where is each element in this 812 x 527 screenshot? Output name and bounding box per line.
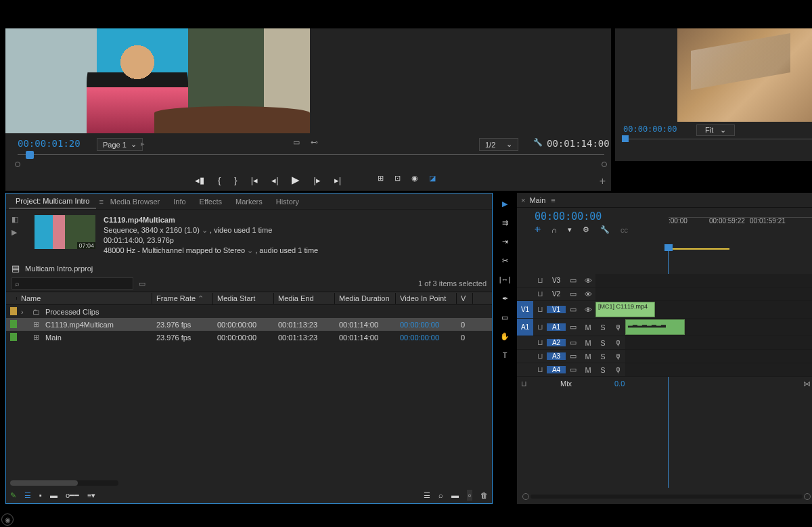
video-track[interactable]: ⊔V3▭👁 xyxy=(517,274,812,288)
source-timecode[interactable]: 00:00:01:20 xyxy=(18,138,81,149)
timeline-tracks: ⊔V3▭👁⊔V2▭👁V1⊔V1▭👁[MC1] C1119.mp4A1⊔A1▭MS… xyxy=(517,274,812,390)
add-button-icon[interactable]: + xyxy=(600,175,606,187)
mark-in-icon[interactable]: ◂▮ xyxy=(195,175,204,185)
page-next-icon[interactable]: ▸ xyxy=(141,139,145,148)
audio-track[interactable]: ⊔A2▭MS🎙 xyxy=(517,336,812,350)
program-time-ruler[interactable] xyxy=(622,139,812,147)
column-headers: Name Frame Rate Media Start Media End Me… xyxy=(6,292,492,305)
col-frame-rate[interactable]: Frame Rate xyxy=(152,293,213,304)
pen-tool-icon[interactable]: ✒ xyxy=(499,292,511,304)
col-name[interactable]: Name xyxy=(17,293,152,304)
audio-track[interactable]: ⊔A4▭MS🎙 xyxy=(517,363,812,377)
selection-tool-icon[interactable]: ▶ xyxy=(499,198,511,210)
list-view-icon[interactable]: ☰ xyxy=(24,491,31,500)
project-row[interactable]: ⊞Main23.976 fps00:00:00:0000:01:13:2300:… xyxy=(6,331,492,344)
video-track[interactable]: V1⊔V1▭👁[MC1] C1119.mp4 xyxy=(517,301,812,319)
trash-icon[interactable]: 🗑 xyxy=(480,491,488,499)
track-select-tool-icon[interactable]: ⇉ xyxy=(499,216,511,229)
settings-wrench-icon[interactable]: 🔧 xyxy=(533,138,543,147)
safe-margins-icon[interactable]: ▭ xyxy=(293,138,300,147)
slip-tool-icon[interactable]: |↔| xyxy=(499,273,511,285)
razor-tool-icon[interactable]: ✂ xyxy=(499,254,511,267)
go-out-icon[interactable]: ▸| xyxy=(334,175,341,185)
source-time-ruler[interactable] xyxy=(18,154,604,165)
tab-history[interactable]: History xyxy=(269,195,306,208)
zoom-slider-icon[interactable]: o━━ xyxy=(66,491,79,500)
ripple-edit-tool-icon[interactable]: ⇥ xyxy=(499,235,511,248)
export-frame-icon[interactable]: ◉ xyxy=(411,174,418,183)
video-track[interactable]: ⊔V2▭👁 xyxy=(517,288,812,301)
horizontal-scrollbar[interactable] xyxy=(10,480,118,486)
project-row[interactable]: ⊞C1119.mp4Multicam23.976 fps00:00:00:000… xyxy=(6,318,492,331)
project-row[interactable]: ›🗀Processed Clips xyxy=(6,305,492,318)
source-monitor-panel: 00:00:01:20 Page 1 ▸ ▭ ⊷ 1/2 🔧 00:01:14:… xyxy=(5,28,611,191)
new-bin-icon[interactable]: ▭ xyxy=(139,279,145,288)
set-out-icon[interactable]: } xyxy=(234,175,237,185)
page-selector[interactable]: Page 1 xyxy=(97,138,143,151)
sequence-menu-icon[interactable]: ≡ xyxy=(551,196,555,204)
set-in-icon[interactable]: { xyxy=(218,175,221,185)
step-back-icon[interactable]: ◂| xyxy=(271,175,278,185)
creative-cloud-icon[interactable]: ◉ xyxy=(1,513,14,526)
sort-icon[interactable]: ≡▾ xyxy=(87,491,95,500)
new-item-icon[interactable]: ▫ xyxy=(467,490,472,501)
insert-icon[interactable]: ⊞ xyxy=(378,174,384,183)
breadcrumb[interactable]: ▤ Multicam Intro.prproj xyxy=(6,261,492,275)
project-panel: Project: Multicam Intro ≡ Media Browser … xyxy=(5,193,493,504)
add-marker-icon[interactable]: ▾ xyxy=(568,225,572,234)
close-sequence-icon[interactable]: × xyxy=(521,196,525,204)
poster-frame-icon[interactable]: ◧ xyxy=(12,215,18,224)
tools-panel: ▶ ⇉ ⇥ ✂ |↔| ✒ ▭ ✋ T xyxy=(497,193,513,361)
clip-thumbnail[interactable]: 07:04 xyxy=(35,215,95,249)
program-playhead[interactable] xyxy=(622,135,629,142)
timeline-ruler[interactable]: :00:0000:00:59:2200:01:59:21 xyxy=(669,216,812,256)
audio-track[interactable]: A1⊔A1▭MS🎙▂▃▂▃▂▃▂▃ xyxy=(517,319,812,336)
step-forward-icon[interactable]: |▸ xyxy=(313,175,320,185)
program-video-preview[interactable] xyxy=(677,28,812,122)
tab-effects[interactable]: Effects xyxy=(193,195,229,208)
timeline-settings-icon[interactable]: ⚙ xyxy=(583,225,589,234)
resolution-selector[interactable]: 1/2 xyxy=(479,138,518,151)
find-icon[interactable]: ⌕ xyxy=(438,491,443,499)
work-area-bar[interactable] xyxy=(669,248,729,250)
rectangle-tool-icon[interactable]: ▭ xyxy=(499,311,511,323)
project-tabs: Project: Multicam Intro ≡ Media Browser … xyxy=(6,193,492,210)
source-video-preview[interactable] xyxy=(5,28,310,133)
play-icon[interactable]: ▶ xyxy=(292,174,300,186)
captions-icon[interactable]: cc xyxy=(621,226,628,234)
source-playhead[interactable] xyxy=(26,151,34,159)
insert-marker-icon[interactable]: ⊷ xyxy=(311,138,318,147)
tab-project[interactable]: Project: Multicam Intro xyxy=(9,194,96,209)
sequence-tab[interactable]: Main xyxy=(529,196,545,204)
col-media-start[interactable]: Media Start xyxy=(213,293,274,304)
transport-controls: ◂▮ { } |◂ ◂| ▶ |▸ ▸| xyxy=(195,174,341,186)
automate-to-seq-icon[interactable]: ☰ xyxy=(424,491,430,500)
hand-tool-icon[interactable]: ✋ xyxy=(499,330,511,342)
mix-track[interactable]: ⊔Mix0.0⋈ xyxy=(517,377,812,390)
timeline-scrollbar[interactable] xyxy=(522,493,811,500)
search-input[interactable] xyxy=(12,277,133,290)
tab-markers[interactable]: Markers xyxy=(229,195,269,208)
col-media-duration[interactable]: Media Duration xyxy=(335,293,396,304)
col-media-end[interactable]: Media End xyxy=(274,293,335,304)
comparison-view-icon[interactable]: ◪ xyxy=(429,174,436,183)
audio-track[interactable]: ⊔A3▭MS🎙 xyxy=(517,350,812,363)
play-preview-icon[interactable]: ▶ xyxy=(12,228,18,237)
snap-icon[interactable]: ⁜ xyxy=(535,225,541,234)
linked-selection-icon[interactable]: ∩ xyxy=(551,226,557,234)
type-tool-icon[interactable]: T xyxy=(499,349,511,361)
timeline-wrench-icon[interactable]: 🔧 xyxy=(600,225,610,234)
timeline-panel: × Main ≡ 00:00:00:00 ⁜ ∩ ▾ ⚙ 🔧 cc :00:00… xyxy=(517,193,812,504)
col-video-out[interactable]: V xyxy=(457,293,473,304)
go-in-icon[interactable]: |◂ xyxy=(251,175,258,185)
new-bin-bottom-icon[interactable]: ▬ xyxy=(451,491,459,499)
overwrite-icon[interactable]: ⊡ xyxy=(394,174,401,183)
pencil-icon[interactable]: ✎ xyxy=(10,491,16,500)
freeform-view-icon[interactable]: ▬ xyxy=(50,491,58,499)
col-video-in[interactable]: Video In Point xyxy=(396,293,457,304)
tab-info[interactable]: Info xyxy=(166,195,192,208)
program-timecode[interactable]: 00:00:00:00 xyxy=(623,124,677,134)
zoom-fit-selector[interactable]: Fit xyxy=(696,124,735,136)
tab-media-browser[interactable]: Media Browser xyxy=(104,195,166,208)
icon-view-icon[interactable]: ▪ xyxy=(39,491,42,499)
